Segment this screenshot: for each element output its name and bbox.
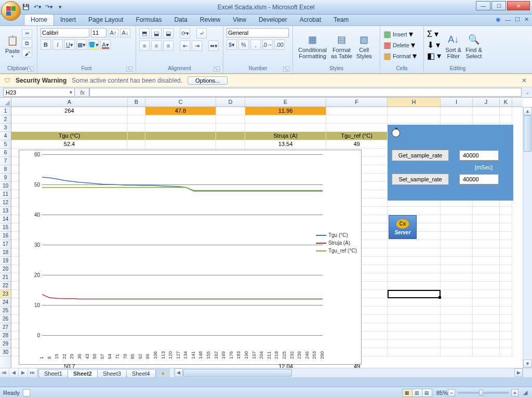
set-sample-rate-button[interactable]: Set_sample_rate <box>392 174 449 185</box>
align-center-icon[interactable]: ≡ <box>151 41 162 51</box>
find-select-button[interactable]: 🔍Find & Select <box>463 28 484 63</box>
fill-color-button[interactable]: 🪣▾ <box>88 39 99 50</box>
help-icon[interactable]: ◉ <box>496 16 501 23</box>
close-button[interactable]: ✕ <box>507 1 530 10</box>
tab-page-layout[interactable]: Page Layout <box>82 15 129 25</box>
tab-data[interactable]: Data <box>168 15 193 25</box>
align-bottom-icon[interactable]: ⬓ <box>163 28 174 38</box>
sheet-tab-1[interactable]: Sheet1 <box>38 370 68 377</box>
tab-developer[interactable]: Developer <box>252 15 294 25</box>
wrap-text-icon[interactable]: ⤶ <box>196 28 207 38</box>
zoom-slider[interactable] <box>457 392 509 394</box>
close-workbook-icon[interactable]: ✕ <box>524 16 529 23</box>
minimize-ribbon-icon[interactable]: — <box>505 17 511 23</box>
shrink-font-icon[interactable]: A↓ <box>120 29 130 37</box>
horizontal-scrollbar[interactable]: ◀▶ <box>174 368 523 377</box>
orientation-icon[interactable]: ⟳▾ <box>180 28 190 38</box>
tab-team[interactable]: Team <box>327 15 355 25</box>
qat-customize-icon[interactable]: ▾ <box>56 3 64 11</box>
number-dialog-icon[interactable]: ⤡ <box>283 67 289 72</box>
alignment-dialog-icon[interactable]: ⤡ <box>214 67 220 72</box>
decrease-decimal-icon[interactable]: .00 <box>274 39 285 50</box>
save-icon[interactable]: 💾 <box>22 3 30 11</box>
copy-icon[interactable]: ⧉ <box>22 39 32 48</box>
grow-font-icon[interactable]: A↑ <box>108 29 118 37</box>
align-right-icon[interactable]: ≡ <box>163 41 174 51</box>
font-dialog-icon[interactable]: ⤡ <box>126 67 132 72</box>
font-color-button[interactable]: A▾ <box>100 39 111 50</box>
font-name-select[interactable] <box>41 28 89 37</box>
format-painter-icon[interactable]: 🖌 <box>22 49 32 58</box>
redo-icon[interactable]: ↷▾ <box>45 3 53 11</box>
merge-center-icon[interactable]: ⬌▾ <box>208 41 219 51</box>
restore-workbook-icon[interactable]: ☐ <box>515 16 520 23</box>
clear-button[interactable]: ◧ ▾ <box>427 51 441 61</box>
autosum-button[interactable]: Σ ▾ <box>427 29 441 39</box>
zoom-percent[interactable]: 85% <box>436 390 448 396</box>
select-all-button[interactable] <box>0 98 11 107</box>
sheet-tab-2[interactable]: Sheet2 <box>68 370 98 377</box>
tab-review[interactable]: Review <box>194 15 227 25</box>
line-chart[interactable]: 0102030405060 Tgu (°C)Struja (A)Tgu_ref … <box>19 150 362 365</box>
paste-button[interactable]: 📋 Paste ▾ <box>3 28 22 63</box>
security-options-button[interactable]: Options... <box>188 76 228 85</box>
sample-rate-value-2[interactable]: 40000 <box>459 174 499 184</box>
first-sheet-icon[interactable]: ⏮ <box>0 368 9 377</box>
tab-formulas[interactable]: Formulas <box>129 15 168 25</box>
clipboard-dialog-icon[interactable]: ⤡ <box>28 67 34 72</box>
tab-home[interactable]: Home <box>24 14 54 25</box>
align-middle-icon[interactable]: ⬓ <box>151 28 162 38</box>
active-cell-h23[interactable] <box>388 290 441 298</box>
cx-server-control[interactable]: Cx Server <box>389 215 417 239</box>
comma-icon[interactable]: , <box>250 39 261 50</box>
conditional-formatting-button[interactable]: ▦Conditional Formatting <box>296 28 329 63</box>
close-security-bar-icon[interactable]: ✕ <box>522 77 527 84</box>
row-headers[interactable]: 1234567891011121314151617181920212223242… <box>0 107 11 377</box>
number-format-select[interactable] <box>227 28 289 37</box>
name-box[interactable]: H23▼ <box>3 88 75 97</box>
undo-icon[interactable]: ↶▾ <box>33 3 42 11</box>
delete-cells-button[interactable]: ▦ Delete ▾ <box>383 40 420 50</box>
decrease-indent-icon[interactable]: ⇤ <box>180 41 190 51</box>
vertical-scrollbar[interactable]: ▲▼ <box>523 107 532 368</box>
maximize-button[interactable]: ☐ <box>491 1 506 10</box>
last-sheet-icon[interactable]: ⏭ <box>28 368 37 377</box>
normal-view-icon[interactable]: ▦ <box>402 389 413 397</box>
insert-cells-button[interactable]: ▦ Insert ▾ <box>383 29 420 39</box>
office-button[interactable] <box>1 1 21 21</box>
italic-button[interactable]: I <box>52 39 63 50</box>
percent-icon[interactable]: % <box>238 39 249 50</box>
fill-button[interactable]: ⬇ ▾ <box>427 40 441 50</box>
resize-grip-icon[interactable]: ◢ <box>522 389 529 396</box>
insert-sheet-icon[interactable]: ✦ <box>155 370 170 377</box>
get-sample-rate-button[interactable]: Get_sample_rate <box>392 150 449 161</box>
underline-button[interactable]: U▾ <box>64 39 75 50</box>
column-headers[interactable]: ABCDEFHIJK <box>11 98 523 107</box>
border-button[interactable]: ▦▾ <box>76 39 87 50</box>
cell-styles-button[interactable]: ▧Cell Styles <box>354 28 374 63</box>
format-as-table-button[interactable]: ▤Format as Table <box>329 28 354 63</box>
zoom-in-button[interactable]: + <box>511 389 518 396</box>
sample-rate-value-1[interactable]: 40000 <box>459 150 499 161</box>
sheet-tab-3[interactable]: Sheet3 <box>97 370 127 377</box>
expand-formula-bar-icon[interactable]: ⌄ <box>523 87 532 97</box>
increase-indent-icon[interactable]: ⇥ <box>192 41 202 51</box>
tab-view[interactable]: View <box>227 15 252 25</box>
format-cells-button[interactable]: ▦ Format ▾ <box>383 51 420 61</box>
sort-filter-button[interactable]: A↓Sort & Filter <box>443 28 463 63</box>
page-layout-view-icon[interactable]: ▥ <box>412 389 422 397</box>
align-top-icon[interactable]: ⬒ <box>139 28 150 38</box>
macro-record-icon[interactable] <box>23 389 30 396</box>
next-sheet-icon[interactable]: ▶ <box>19 368 28 377</box>
formula-input[interactable] <box>89 88 522 97</box>
cut-icon[interactable]: ✂ <box>22 29 32 38</box>
increase-decimal-icon[interactable]: .0→ <box>262 39 273 50</box>
bold-button[interactable]: B <box>41 39 51 50</box>
sheet-tab-4[interactable]: Sheet4 <box>126 370 156 377</box>
align-left-icon[interactable]: ≡ <box>139 41 150 51</box>
tab-insert[interactable]: Insert <box>54 15 82 25</box>
prev-sheet-icon[interactable]: ◀ <box>9 368 19 377</box>
page-break-view-icon[interactable]: ▤ <box>422 389 432 397</box>
font-size-select[interactable] <box>91 28 107 37</box>
tab-acrobat[interactable]: Acrobat <box>294 15 327 25</box>
